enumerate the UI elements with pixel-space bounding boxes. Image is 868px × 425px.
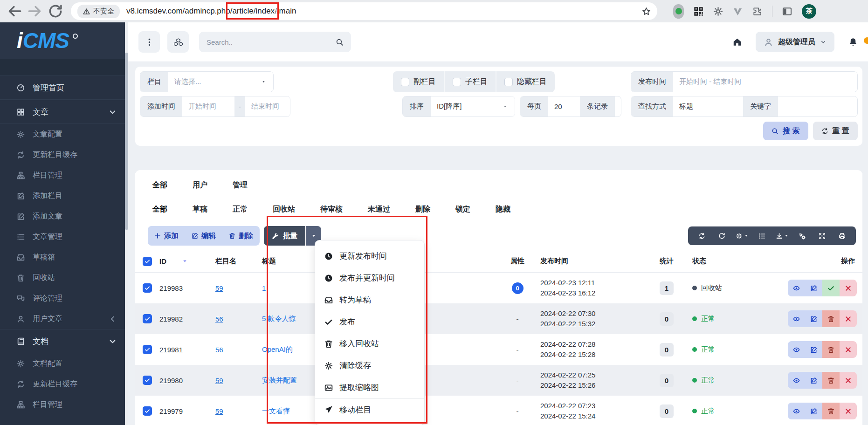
menu-item-extract-thumbnail[interactable]: 提取缩略图 — [315, 377, 424, 398]
remove-button[interactable] — [840, 280, 857, 296]
restore-button[interactable] — [822, 280, 840, 296]
sidebar-item-doc-category-manage[interactable]: 栏目管理 — [0, 394, 125, 415]
edit-button[interactable]: 编辑 — [185, 226, 222, 246]
find-group[interactable]: 查找方式 标题 关键字 — [631, 96, 858, 117]
sidebar-item-document-config[interactable]: 文档配置 — [0, 353, 125, 374]
menu-item-move-category[interactable]: 移动栏目 — [315, 398, 424, 420]
bookmark-star-icon[interactable] — [642, 7, 651, 16]
tab-scope-manage[interactable]: 管理 — [220, 176, 260, 194]
profile-avatar[interactable]: 茶 — [802, 4, 816, 19]
trash-button[interactable] — [822, 341, 840, 358]
trash-button[interactable] — [822, 403, 840, 419]
view-button[interactable] — [788, 403, 805, 419]
search-input[interactable] — [207, 38, 336, 46]
col-status[interactable]: 状态 — [683, 257, 785, 266]
select-all-checkbox[interactable] — [143, 257, 152, 266]
trash-button[interactable] — [822, 372, 840, 389]
refresh-tool-button[interactable] — [712, 226, 732, 245]
sidebar-item-article[interactable]: 文章 — [0, 100, 125, 124]
vue-devtools-icon[interactable] — [733, 7, 743, 16]
apps-button[interactable] — [167, 31, 189, 53]
col-stats[interactable]: 统计 — [650, 257, 683, 266]
sidebar-item-user-articles[interactable]: 用户文章 — [0, 308, 125, 329]
add-time-start[interactable]: 开始时间 — [182, 96, 234, 117]
tab-scope-all[interactable]: 全部 — [140, 176, 180, 194]
edit-button[interactable] — [805, 341, 822, 358]
back-icon[interactable] — [7, 3, 22, 19]
category-link[interactable]: 59 — [215, 284, 223, 292]
split-screen-icon[interactable] — [782, 7, 792, 16]
col-attr[interactable]: 属性 — [501, 257, 534, 266]
title-link[interactable]: 一文看懂 — [262, 407, 290, 415]
kebab-menu-button[interactable] — [138, 31, 160, 53]
advanced-tool-button[interactable] — [792, 226, 812, 245]
row-checkbox[interactable] — [143, 406, 152, 416]
tab-scope-user[interactable]: 用户 — [180, 176, 220, 194]
keyword-input[interactable] — [778, 96, 857, 117]
menu-item-update-pub-time[interactable]: 更新发布时间 — [315, 245, 424, 267]
sidebar-item-update-cache[interactable]: 更新栏目缓存 — [0, 144, 125, 165]
export-tool-button[interactable] — [772, 226, 792, 245]
sidebar-scrollbar[interactable] — [125, 22, 128, 425]
title-link[interactable]: 1 — [262, 284, 266, 292]
sidebar-item-document[interactable]: 文档 — [0, 329, 125, 353]
bell-icon[interactable] — [848, 37, 858, 47]
category-link[interactable]: 59 — [215, 377, 223, 384]
sidebar-item-recycle[interactable]: 回收站 — [0, 267, 125, 288]
tab-status-normal[interactable]: 正常 — [220, 200, 260, 219]
publish-time-input[interactable]: 开始时间 - 结束时间 — [673, 72, 857, 92]
add-time-end[interactable]: 结束时间 — [245, 96, 290, 117]
row-checkbox[interactable] — [143, 345, 152, 354]
title-link[interactable]: 安装并配置 — [262, 376, 297, 384]
col-pub-time[interactable]: 发布时间 — [534, 257, 650, 266]
delete-button[interactable]: 删除 — [222, 226, 260, 246]
edit-button[interactable] — [805, 403, 822, 419]
view-button[interactable] — [788, 310, 805, 327]
menu-item-publish[interactable]: 发布 — [315, 311, 424, 333]
extension-dot-icon[interactable] — [673, 4, 684, 19]
tab-status-hidden[interactable]: 隐藏 — [483, 200, 523, 219]
sidebar-item-category-manage[interactable]: 栏目管理 — [0, 165, 125, 185]
view-button[interactable] — [788, 280, 805, 296]
tab-status-locked[interactable]: 锁定 — [443, 200, 483, 219]
sidebar-item-dashboard[interactable]: 管理首页 — [0, 75, 125, 100]
tab-status-deleted[interactable]: 删除 — [403, 200, 443, 219]
sidebar-item-doc-update-cache[interactable]: 更新栏目缓存 — [0, 374, 125, 394]
fullscreen-tool-button[interactable] — [812, 226, 832, 245]
icms-logo[interactable]: iCMS — [0, 22, 125, 59]
title-link[interactable]: 5 款令人惊 — [262, 315, 296, 322]
sidebar-item-article-config[interactable]: 文章配置 — [0, 124, 125, 144]
qr-code-icon[interactable] — [694, 7, 703, 16]
address-bar[interactable]: 不安全 v8.icmsdev.com/admincp.php/article/i… — [71, 2, 657, 20]
col-category[interactable]: 栏目名 — [215, 257, 262, 266]
menu-item-clear-cache[interactable]: 清除缓存 — [315, 355, 424, 377]
find-mode-select[interactable]: 标题 — [673, 96, 743, 117]
sidebar-item-add-category[interactable]: 添加栏目 — [0, 185, 125, 206]
sidebar-item-add-article[interactable]: 添加文章 — [0, 206, 125, 226]
home-icon[interactable] — [733, 38, 742, 47]
sidebar-item-drafts[interactable]: 草稿箱 — [0, 247, 125, 267]
menu-item-publish-update-time[interactable]: 发布并更新时间 — [315, 267, 424, 289]
tab-status-all[interactable]: 全部 — [140, 200, 180, 219]
scrollbar-thumb[interactable] — [125, 53, 128, 230]
category-link[interactable]: 56 — [215, 315, 223, 323]
sidebar-item-article-manage[interactable]: 文章管理 — [0, 226, 125, 247]
extensions-puzzle-icon[interactable] — [752, 7, 762, 16]
child-column-checkbox[interactable]: 子栏目 — [445, 71, 496, 92]
category-link[interactable]: 59 — [215, 407, 223, 415]
menu-item-to-draft[interactable]: 转为草稿 — [315, 289, 424, 311]
row-checkbox[interactable] — [143, 283, 152, 293]
category-link[interactable]: 56 — [215, 346, 223, 354]
batch-button[interactable]: 批量 — [264, 226, 305, 246]
edit-button[interactable] — [805, 310, 822, 327]
remove-button[interactable] — [840, 372, 857, 389]
settings-tool-button[interactable] — [732, 226, 752, 245]
view-button[interactable] — [788, 372, 805, 389]
col-id[interactable]: ID — [159, 257, 166, 265]
row-checkbox[interactable] — [143, 314, 152, 323]
security-badge[interactable]: 不安全 — [77, 5, 120, 18]
debug-gear-icon[interactable] — [713, 7, 723, 16]
title-link[interactable]: OpenAI的 — [262, 345, 293, 353]
forward-icon[interactable] — [27, 3, 43, 19]
add-button[interactable]: 添加 — [148, 226, 185, 246]
